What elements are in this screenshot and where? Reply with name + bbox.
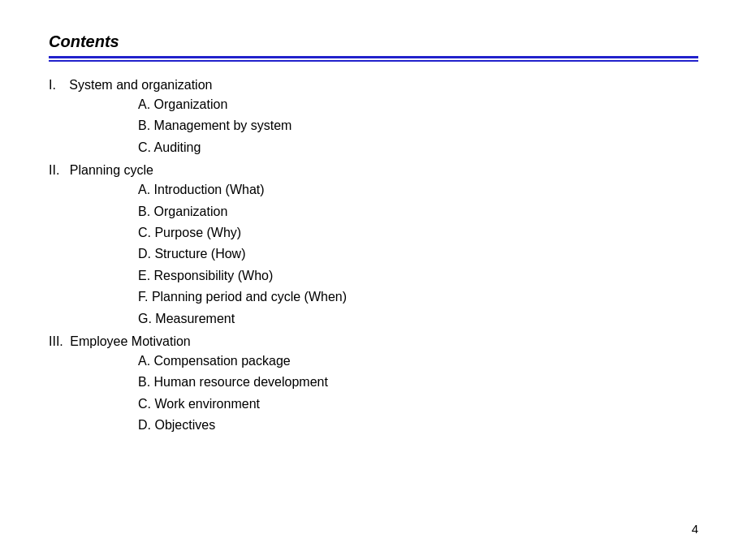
page-number: 4	[692, 522, 698, 536]
header-line-bottom	[49, 60, 698, 62]
section-1-text: System and organization	[69, 78, 212, 92]
section-3-text: Employee Motivation	[70, 334, 191, 348]
section-2-title: II. Planning cycle	[49, 163, 698, 178]
section-2-label: II.	[49, 163, 59, 177]
section-2: II. Planning cycle A. Introduction (What…	[49, 163, 698, 330]
section-3-subitems: A. Compensation package B. Human resourc…	[138, 351, 698, 437]
list-item: C. Work environment	[138, 394, 698, 415]
list-item: B. Management by system	[138, 115, 698, 136]
header: Contents	[49, 32, 698, 62]
contents-title: Contents	[49, 32, 698, 51]
list-item: C. Purpose (Why)	[138, 222, 698, 243]
section-3-label: III.	[49, 334, 63, 348]
list-item: C. Auditing	[138, 137, 698, 158]
list-item: D. Objectives	[138, 415, 698, 436]
section-3-title: III. Employee Motivation	[49, 334, 698, 349]
contents-body: I. System and organization A. Organizati…	[49, 78, 698, 436]
list-item: B. Human resource development	[138, 372, 698, 393]
section-2-subitems: A. Introduction (What) B. Organization C…	[138, 179, 698, 330]
list-item: A. Introduction (What)	[138, 179, 698, 200]
page: Contents I. System and organization A. O…	[0, 0, 747, 560]
section-1-title: I. System and organization	[49, 78, 698, 93]
section-1-label: I.	[49, 78, 56, 92]
section-3: III. Employee Motivation A. Compensation…	[49, 334, 698, 437]
section-2-text: Planning cycle	[70, 163, 153, 177]
list-item: F. Planning period and cycle (When)	[138, 286, 698, 308]
section-1: I. System and organization A. Organizati…	[49, 78, 698, 158]
list-item: B. Organization	[138, 201, 698, 222]
list-item: A. Compensation package	[138, 351, 698, 372]
header-line-top	[49, 56, 698, 58]
list-item: G. Measurement	[138, 308, 698, 330]
section-1-subitems: A. Organization B. Management by system …	[138, 94, 698, 158]
list-item: D. Structure (How)	[138, 243, 698, 265]
list-item: E. Responsibility (Who)	[138, 265, 698, 286]
list-item: A. Organization	[138, 94, 698, 115]
